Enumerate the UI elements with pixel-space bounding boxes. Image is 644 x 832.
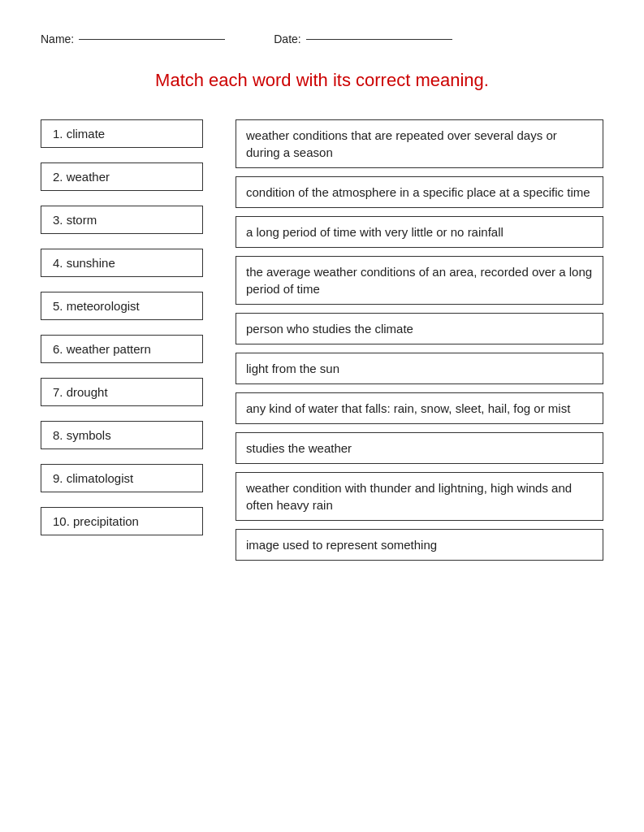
- definition-box-j: image used to represent something: [236, 529, 603, 561]
- definitions-column: weather conditions that are repeated ove…: [236, 119, 603, 561]
- word-box-5: 5. meteorologist: [41, 292, 203, 320]
- matching-container: 1. climate2. weather3. storm4. sunshine5…: [41, 119, 603, 561]
- date-field: Date:: [274, 32, 452, 46]
- definition-box-b: condition of the atmosphere in a specifi…: [236, 176, 603, 208]
- page-title: Match each word with its correct meaning…: [41, 70, 603, 91]
- definition-box-g: any kind of water that falls: rain, snow…: [236, 392, 603, 424]
- definition-box-c: a long period of time with very little o…: [236, 216, 603, 248]
- word-box-8: 8. symbols: [41, 421, 203, 449]
- word-box-1: 1. climate: [41, 119, 203, 148]
- date-label: Date:: [274, 32, 300, 46]
- word-box-7: 7. drought: [41, 378, 203, 406]
- word-box-4: 4. sunshine: [41, 249, 203, 277]
- name-label: Name:: [41, 32, 74, 46]
- definition-box-i: weather condition with thunder and light…: [236, 472, 603, 521]
- header: Name: Date:: [41, 32, 603, 46]
- definition-box-a: weather conditions that are repeated ove…: [236, 119, 603, 168]
- words-column: 1. climate2. weather3. storm4. sunshine5…: [41, 119, 203, 535]
- name-line: [79, 39, 225, 40]
- word-box-2: 2. weather: [41, 162, 203, 191]
- definition-box-d: the average weather conditions of an are…: [236, 256, 603, 305]
- word-box-9: 9. climatologist: [41, 464, 203, 492]
- definition-box-f: light from the sun: [236, 353, 603, 384]
- word-box-3: 3. storm: [41, 206, 203, 234]
- word-box-6: 6. weather pattern: [41, 335, 203, 363]
- name-field: Name:: [41, 32, 225, 46]
- word-box-10: 10. precipitation: [41, 507, 203, 535]
- definition-box-h: studies the weather: [236, 432, 603, 464]
- date-line: [306, 39, 452, 40]
- definition-box-e: person who studies the climate: [236, 313, 603, 344]
